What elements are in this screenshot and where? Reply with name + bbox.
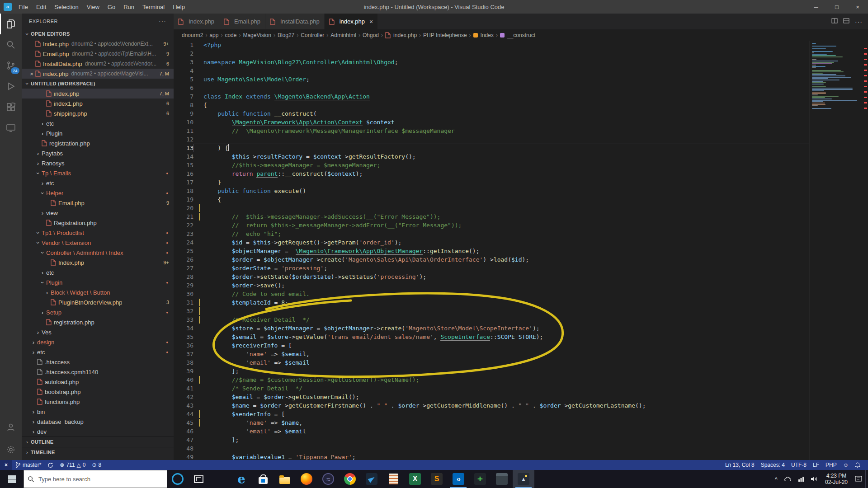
firefox-icon[interactable] — [296, 470, 317, 488]
more-actions-icon[interactable]: ··· — [855, 18, 863, 25]
microsoft-store-icon[interactable] — [252, 470, 274, 488]
timeline-header[interactable]: › TIMELINE — [22, 447, 174, 457]
tree-folder-ranosys[interactable]: ›Ranosys — [22, 158, 174, 168]
tab-installdata-php[interactable]: InstallData.php — [265, 14, 325, 29]
tree-folder-tp1-productlist[interactable]: ›Tp1 \ Productlist● — [22, 228, 174, 238]
breadcrumb-item-construct[interactable]: __construct — [506, 32, 536, 38]
code-line[interactable]: 23 // echo "hi"; — [174, 230, 812, 238]
menu-item-file[interactable]: File — [14, 0, 32, 14]
open-editors-header[interactable]: › OPEN EDITORS — [22, 29, 174, 39]
task-view-button[interactable] — [188, 470, 209, 488]
breadcrumb-item-code[interactable]: code — [224, 32, 237, 38]
menu-item-run[interactable]: Run — [119, 0, 138, 14]
notifications-bell-icon[interactable] — [852, 460, 863, 470]
code-line[interactable]: 26 $order = $objectManager->create('Mage… — [174, 255, 812, 264]
tray-overflow-chevron[interactable]: ^ — [772, 470, 781, 488]
code-line[interactable]: 45 'name' => $name, — [174, 418, 812, 427]
code-line[interactable]: 3namespace MageVision\Blog27\Controller\… — [174, 58, 812, 66]
menu-item-edit[interactable]: Edit — [32, 0, 50, 14]
excel-icon[interactable]: X — [404, 470, 426, 488]
edge-icon[interactable]: e — [231, 470, 252, 488]
tree-folder-view[interactable]: ›view — [22, 208, 174, 218]
code-line[interactable]: 36 $receiverInfo = [ — [174, 341, 812, 350]
tree-folder-bin[interactable]: ›bin — [22, 407, 174, 417]
code-line[interactable]: 12 — [174, 135, 812, 144]
code-line[interactable]: 8{ — [174, 101, 812, 109]
tree-folder-paytabs[interactable]: ›Paytabs — [22, 148, 174, 158]
code-line[interactable]: 14 $this->resultFactory = $context->getR… — [174, 152, 812, 161]
code-line[interactable]: 2 — [174, 49, 812, 58]
code-line[interactable]: 1<?php — [174, 41, 812, 49]
overview-ruler[interactable] — [862, 41, 868, 460]
open-editor-index-php[interactable]: Index.phpdnourm2 • app\code\Vendor\Ext..… — [22, 39, 174, 49]
code-line[interactable]: 40 //$name = $customerSession->getCustom… — [174, 375, 812, 384]
taskbar-clock[interactable]: 4:23 PM 02-Jul-20 — [821, 473, 852, 485]
feather-app-icon[interactable] — [361, 470, 382, 488]
editor[interactable]: 1<?php23namespace MageVision\Blog27\Cont… — [174, 41, 868, 460]
code-line[interactable]: 35 $semail = $store->getValue('trans_ema… — [174, 333, 812, 341]
tree-folder-etc[interactable]: ›etc● — [22, 347, 174, 357]
git-branch-indicator[interactable]: master* — [12, 460, 44, 470]
code-line[interactable]: 32 — [174, 307, 812, 315]
code-line[interactable]: 15 //$this->messageManager = $messageMan… — [174, 161, 812, 169]
settings-gear-icon[interactable] — [0, 439, 22, 460]
code-line[interactable]: 20 — [174, 204, 812, 212]
tree-file-pluginbtnorderview-php[interactable]: PluginBtnOrderView.php3 — [22, 297, 174, 307]
menu-item-help[interactable]: Help — [169, 0, 189, 14]
tree-folder-block-widget-button[interactable]: ›Block \ Widget \ Button — [22, 287, 174, 297]
tree-file-registration-php[interactable]: registration.php — [22, 317, 174, 327]
split-editor-icon[interactable] — [831, 18, 838, 26]
tree-file-index-php[interactable]: index.php7, M — [22, 89, 174, 99]
tree-folder-plugin[interactable]: ›Plugin — [22, 128, 174, 138]
notes-app-icon[interactable] — [382, 470, 404, 488]
more-actions-icon[interactable]: ··· — [159, 18, 166, 25]
vscode-icon[interactable]: ‹› — [448, 470, 469, 488]
code-line[interactable]: 39 ]; — [174, 367, 812, 375]
menu-item-terminal[interactable]: Terminal — [138, 0, 169, 14]
code-line[interactable]: 27 $orderState = 'processing'; — [174, 264, 812, 272]
code-line[interactable]: 33 /* Receiver Detail */ — [174, 315, 812, 324]
code-line[interactable]: 11 // \Magento\Framework\Message\Manager… — [174, 127, 812, 135]
dark-globe-app-icon[interactable]: ≈ — [317, 470, 339, 488]
code-line[interactable]: 31 $templateId = 8; — [174, 298, 812, 307]
remote-explorer-icon[interactable] — [0, 117, 22, 138]
close-icon[interactable]: × — [28, 70, 35, 77]
explorer-icon[interactable] — [0, 14, 22, 34]
tree-folder-tp-emails[interactable]: ›Tp \ Emails● — [22, 168, 174, 178]
breadcrumb-item-index[interactable]: Index — [480, 32, 495, 38]
breadcrumb-item-index-php[interactable]: index.php — [392, 32, 418, 38]
file-explorer-icon[interactable] — [274, 470, 296, 488]
outline-header[interactable]: › OUTLINE — [22, 436, 174, 447]
breadcrumb-item-dnourm2[interactable]: dnourm2 — [181, 32, 204, 38]
code-line[interactable]: 6 — [174, 84, 812, 92]
breadcrumb-item-controller[interactable]: Controller — [300, 32, 325, 38]
minimap[interactable] — [809, 41, 862, 460]
code-line[interactable]: 10 \Magento\Framework\App\Action\Context… — [174, 118, 812, 127]
tree-folder-plugin[interactable]: ›Plugin● — [22, 277, 174, 287]
minimize-button[interactable]: ─ — [806, 0, 826, 14]
ports-indicator[interactable]: ⊙ 8 — [89, 460, 104, 470]
tree-folder-ves[interactable]: ›Ves — [22, 327, 174, 337]
code-line[interactable]: 47 ]; — [174, 436, 812, 444]
code-line[interactable]: 34 $store = $objectManager = $objectMana… — [174, 324, 812, 333]
code-line[interactable]: 4 — [174, 66, 812, 75]
code-line[interactable]: 22 // return $this->_messageManager->add… — [174, 221, 812, 230]
search-icon[interactable] — [0, 34, 22, 55]
cursor-position[interactable]: Ln 13, Col 8 — [722, 460, 758, 470]
code-line[interactable]: 42 $email = $order->getCustomerEmail(); — [174, 393, 812, 401]
code-line[interactable]: 29 $order->save(); — [174, 281, 812, 290]
problems-indicator[interactable]: ⊗ 711 △ 0 — [57, 460, 89, 470]
feedback-smiley-icon[interactable]: ☺ — [840, 460, 852, 470]
code-line[interactable]: 18 public function execute() — [174, 187, 812, 195]
code-line[interactable]: 37 'name' => $semail, — [174, 350, 812, 358]
close-button[interactable]: × — [847, 0, 868, 14]
code-line[interactable]: 30 // Code to send email. — [174, 290, 812, 298]
editor-layout-icon[interactable] — [843, 18, 849, 26]
network-icon[interactable] — [795, 470, 807, 488]
tab-index-php[interactable]: Index.php — [174, 14, 219, 29]
tree-folder-setup[interactable]: ›Setup● — [22, 307, 174, 317]
code-line[interactable]: 48 — [174, 444, 812, 453]
code-line[interactable]: 38 'email' => $semail — [174, 358, 812, 367]
source-control-icon[interactable]: 24 — [0, 55, 22, 76]
code-line[interactable]: 7class Index extends \Magento\Backend\Ap… — [174, 92, 812, 101]
